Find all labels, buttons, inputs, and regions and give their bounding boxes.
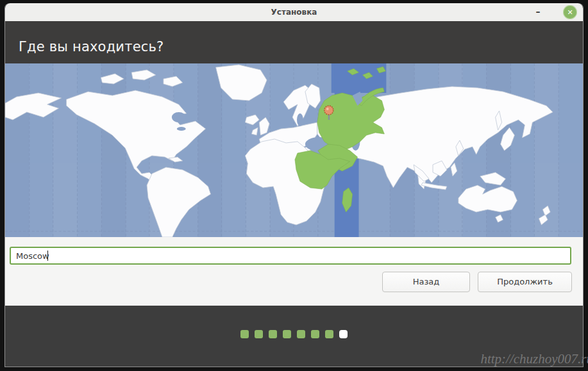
window-title: Установка [271,8,317,17]
world-map[interactable] [5,63,583,237]
close-button[interactable]: ✕ [563,5,577,19]
progress-steps [5,330,583,338]
progress-step [325,330,333,338]
installer-window: Установка – ✕ Где вы находитесь? [4,3,584,367]
progress-step [339,330,348,338]
progress-step [283,330,291,338]
watermark: http://chuzhoy007.ru [480,351,588,367]
timezone-map[interactable] [5,63,583,237]
progress-step [297,330,305,338]
back-button[interactable]: Назад [382,272,470,292]
continue-button[interactable]: Продолжить [478,272,572,292]
titlebar[interactable]: Установка – ✕ [5,3,583,21]
page-header: Где вы находитесь? [5,21,583,63]
location-input[interactable] [10,247,571,265]
progress-step [255,330,263,338]
minimize-button[interactable]: – [532,5,544,18]
text-cursor [47,251,48,261]
page-title: Где вы находитесь? [19,39,164,54]
progress-step [240,330,249,338]
progress-step [269,330,277,338]
form-area: Назад Продолжить [5,237,583,306]
progress-step [311,330,319,338]
